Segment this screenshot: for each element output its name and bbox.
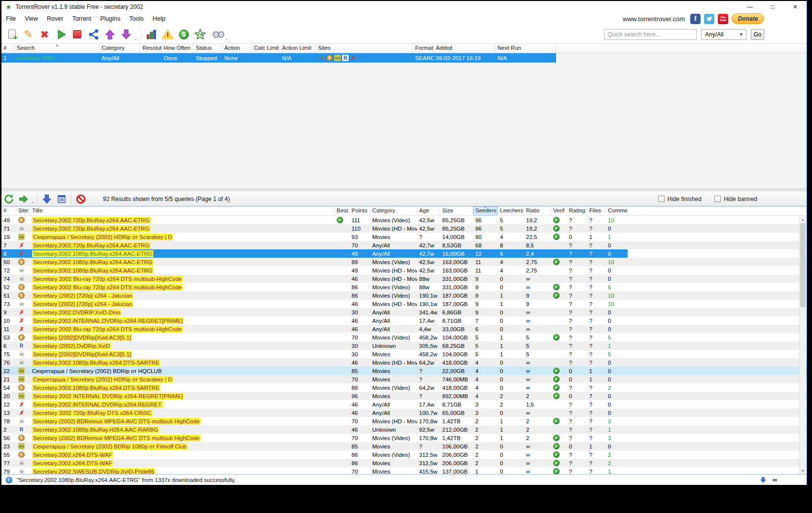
result-row-55[interactable]: 55tSecretary.2002.x264.DTS-WAF86Movies (… <box>1 450 807 459</box>
result-row-19[interactable]: 19ooСекретарша / Secretary (2002) HDRip … <box>1 233 807 241</box>
ban-button[interactable] <box>73 192 88 205</box>
result-row-8[interactable]: 8✗Secretary.2002.1080p.BluRay.x264.AAC-E… <box>1 249 807 258</box>
menu-tools[interactable]: Tools <box>125 13 148 24</box>
share-button[interactable] <box>85 27 102 42</box>
result-row-20[interactable]: 20ooSecretary 2002 iNTERNAL DVDRip x264-… <box>1 392 807 400</box>
result-row-74[interactable]: 74☠Secretary 2002 Blu-ray 720p x264 DTS … <box>1 274 807 283</box>
searches-col-calc-limit[interactable]: Calc Limit <box>252 44 280 53</box>
menu-view[interactable]: View <box>20 13 42 24</box>
results-col-size[interactable]: Size <box>440 206 473 215</box>
add-search-button[interactable] <box>4 27 20 42</box>
twitter-icon[interactable] <box>704 14 714 24</box>
move-down-button[interactable] <box>118 27 134 42</box>
result-row-23[interactable]: 23ooСекретарша / Secretary (2002) BDRip … <box>1 442 807 450</box>
result-row-76[interactable]: 76☠Secretary.2002.1080p.BluRay.x264.DTS-… <box>1 358 807 367</box>
searches-col-action-limit[interactable]: Action Limit <box>280 44 316 53</box>
results-col-ratio[interactable]: Ratio <box>524 206 551 215</box>
go-button[interactable]: Go <box>751 29 764 40</box>
move-up-button[interactable] <box>102 27 118 42</box>
statistics-button[interactable] <box>143 27 160 42</box>
menu-rover[interactable]: Rover <box>42 13 68 24</box>
results-col-leechers[interactable]: Leechers <box>498 206 524 215</box>
result-row-78[interactable]: 78☠Secretary (2002) BDRemux MPEG4-AVC DT… <box>1 417 807 425</box>
result-row-56[interactable]: 56tSecretary (2002) BDRemux MPEG4-AVC DT… <box>1 434 807 442</box>
result-row-2[interactable]: 2RSecretary.2002.1080p.BluRay.H264.AAC-R… <box>1 425 807 434</box>
searches-col-col[interactable]: # <box>1 44 15 53</box>
searches-col-next-run[interactable]: Next Run <box>495 44 556 53</box>
result-row-77[interactable]: 77☠Secretary.2002.x264.DTS-WAF86Movies31… <box>1 459 807 467</box>
result-row-51[interactable]: 51tSecretary (2002) [720p] x264 - Jaluci… <box>1 291 807 300</box>
results-col-title[interactable]: Title <box>30 206 335 215</box>
result-row-9[interactable]: 9✗Secretary.2002.DVDRIP.XviD-Dino30Any/A… <box>1 308 807 316</box>
results-col-seeders[interactable]: Seeders <box>473 206 498 215</box>
toolbar-overflow2-icon[interactable]: ⌄ <box>225 36 228 41</box>
details-button[interactable] <box>54 192 69 205</box>
results-scrollbar[interactable]: ▲ ▼ <box>799 216 806 474</box>
result-row-54[interactable]: 54tSecretary.2002.1080p.BluRay.x264.DTS-… <box>1 383 807 392</box>
results-col-age[interactable]: Age <box>417 206 440 215</box>
category-dropdown[interactable]: Any/All ▼ <box>701 29 746 40</box>
scroll-down-icon[interactable]: ▼ <box>800 468 806 474</box>
result-row-79[interactable]: 79☠Secretary.2002.SWESUB.DVDRip.XviD-Pri… <box>1 467 807 474</box>
hide-finished-checkbox[interactable]: Hide finished <box>658 196 702 203</box>
menu-plugins[interactable]: Plugins <box>96 13 125 24</box>
result-row-13[interactable]: 13✗Secretary 2002 720p BluRay DTS x264-C… <box>1 409 807 417</box>
scrollbar-thumb[interactable] <box>800 223 806 307</box>
alerts-button[interactable] <box>160 27 176 42</box>
youtube-icon[interactable]: YouTube <box>718 14 728 24</box>
result-row-73[interactable]: 73☠Secretary (2002) [720p] x264 - Jaluci… <box>1 300 807 308</box>
result-row-75[interactable]: 75☠Secretary [2002]DVDRip[Xvid AC3[5.1]3… <box>1 350 807 358</box>
stop-search-button[interactable] <box>69 27 85 42</box>
website-link[interactable]: www.torrentrover.com <box>623 15 685 23</box>
torrentrover-logo-button[interactable]: TR <box>192 27 209 42</box>
results-col-points[interactable]: Points <box>350 206 370 215</box>
toolbar-overflow-icon[interactable]: ⌄ <box>134 36 138 41</box>
minimize-button[interactable]: — <box>739 1 761 12</box>
results-col-best[interactable]: Best <box>335 206 350 215</box>
result-row-21[interactable]: 21ooСекретарша / Secretary (2002) HDRip … <box>1 375 807 383</box>
results-col-rating[interactable]: Rating <box>567 206 587 215</box>
searches-col-added[interactable]: Added <box>434 44 495 53</box>
facebook-icon[interactable]: f <box>690 14 701 24</box>
results-col-files[interactable]: Files <box>587 206 606 215</box>
result-row-49[interactable]: 49tSecretary.2002.720p.BluRay.x264.AAC-E… <box>1 216 807 224</box>
run-search-button[interactable] <box>53 27 69 42</box>
menu-help[interactable]: Help <box>148 13 170 24</box>
delete-search-button[interactable]: ✖ <box>36 27 53 42</box>
result-row-7[interactable]: 7✗Secretary.2002.720p.BluRay.x264.AAC-ET… <box>1 241 807 249</box>
results-col-comments[interactable]: Comments <box>606 206 628 215</box>
searches-col-category[interactable]: Category <box>100 44 141 53</box>
results-col-site[interactable]: Site <box>16 206 30 215</box>
continue-search-button[interactable] <box>16 192 31 205</box>
donate-button[interactable]: Donate <box>732 13 764 24</box>
result-row-10[interactable]: 10✗Secretary.2002.iNTERNAL.DVDRip.x264-R… <box>1 316 807 325</box>
close-button[interactable]: ✕ <box>784 1 807 12</box>
result-row-12[interactable]: 12✗Secretary.2002.iNTERNAL.DVDRip.x264.R… <box>1 400 807 409</box>
settings-button[interactable]: ⚙⚙ <box>209 27 225 42</box>
searches-col-status[interactable]: Status <box>194 44 222 53</box>
searches-col-resolution[interactable]: Resolution <box>141 44 162 53</box>
edit-search-button[interactable]: ✎ <box>20 27 36 42</box>
results-col-category[interactable]: Category <box>370 206 417 215</box>
searches-col-sites[interactable]: Sites <box>316 44 413 53</box>
download-button[interactable] <box>39 192 54 205</box>
result-row-50[interactable]: 50tSecretary.2002.1080p.BluRay.x264.AAC-… <box>1 258 807 266</box>
result-row-6[interactable]: 6RSecretary (2002),DvDRip.XviD30Unknown3… <box>1 342 807 350</box>
quick-search-input[interactable] <box>604 29 697 40</box>
result-row-71[interactable]: 71☠Secretary.2002.720p.BluRay.x264.AAC-E… <box>1 224 807 233</box>
result-row-72[interactable]: 72☠Secretary.2002.1080p.BluRay.x264.AAC-… <box>1 266 807 274</box>
results-col-col[interactable]: # <box>1 206 16 215</box>
result-row-11[interactable]: 11✗Secretary 2002 Blu-ray 720p x264 DTS … <box>1 325 807 333</box>
scroll-up-icon[interactable]: ▲ <box>800 216 806 223</box>
continue-dropdown-icon[interactable]: ⌄ <box>31 200 35 204</box>
searches-col-search[interactable]: Search <box>15 44 100 53</box>
searches-col-action[interactable]: Action <box>222 44 252 53</box>
menu-file[interactable]: File <box>1 13 20 24</box>
hide-banned-checkbox[interactable]: Hide banned <box>714 196 757 203</box>
maximize-button[interactable]: □ <box>761 1 784 12</box>
refresh-results-button[interactable] <box>1 192 16 205</box>
results-col-verif[interactable]: Verif <box>551 206 567 215</box>
searches-col-how-often[interactable]: How Often <box>162 44 194 53</box>
result-row-22[interactable]: 22ooСекретарша / Secretary (2002) BDRip … <box>1 367 807 375</box>
result-row-53[interactable]: 53tSecretary [2002]DVDRip[Xvid AC3[5.1]7… <box>1 333 807 342</box>
